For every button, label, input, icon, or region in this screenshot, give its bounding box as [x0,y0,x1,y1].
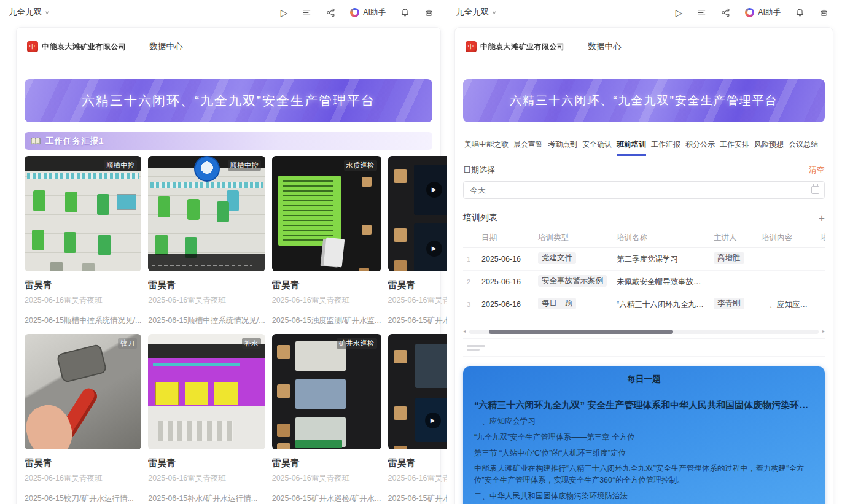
work-report-card[interactable]: 顺槽中控 雷昊青 2025-06-16雷昊青夜班 2025-06-15顺槽中控系… [25,156,141,326]
video-thumbnail[interactable]: 顺槽中控 [148,156,265,271]
work-report-card[interactable]: 水质巡检 雷昊青 2025-06-16雷昊青夜班 2025-06-15浊度监测/… [272,156,381,326]
nav-data-center[interactable]: 数据中心 [150,41,183,52]
thumbnail-art [56,344,107,383]
window-right: 九全九双 ∨ ▷ AI助手 中能袁大滩矿业有限公司 [447,0,842,504]
work-report-card[interactable]: 补水 雷昊青 2025-06-16雷昊青夜班 2025-06-15补水/矿井水运… [148,334,265,504]
card-subtitle: 2025-06-16雷昊青夜班 [148,295,265,306]
date-input[interactable] [463,181,825,199]
video-thumbnail[interactable]: 顺槽中控 [25,156,141,271]
list-icon[interactable] [302,8,311,17]
ai-logo-icon [350,8,359,17]
scrollbar-thumb[interactable] [489,330,673,334]
thumbnail-art [394,169,407,183]
add-button[interactable]: + [819,213,825,223]
card-title: 雷昊青 [25,457,141,469]
share-icon[interactable] [326,8,335,17]
workspace-switcher[interactable]: 九全九双 ∨ [456,7,496,18]
tab-work-arrangement[interactable]: 工作安排 [720,138,749,156]
daily-question-heading: “六精三十六闭环九全九双” 安全生产管理体系和中华人民共和国固体废物污染环境防.… [474,398,814,411]
platform-banner: 六精三十六闭环、“九全九双”安全生产管理平台 [463,79,825,122]
ai-assistant-button[interactable]: AI助手 [745,7,781,18]
work-report-card[interactable]: 顺槽中控 雷昊青 2025-06-16雷昊青夜班 2025-06-15顺槽中控系… [148,156,265,326]
tab-meeting-summary[interactable]: 会议总结 [789,138,818,156]
cell-speaker: 李青刚 [714,298,744,309]
scroll-right-icon[interactable]: ▸ [822,328,825,334]
horizontal-scrollbar[interactable]: ◂ ▸ [463,328,825,335]
card-subtitle: 2025-06-16雷昊青夜班 [272,473,381,484]
scroll-left-icon[interactable]: ◂ [463,328,466,334]
thumbnail-tag: 矿井水巡检 [337,338,377,349]
cell-content [758,271,817,293]
company-logo-icon [466,41,477,52]
workspace-switcher[interactable]: 九全九双 ∨ [9,7,49,18]
workspace-title: 九全九双 [456,7,489,18]
video-thumbnail[interactable]: 补水 [148,334,265,449]
company-logo: 中能袁大滩矿业有限公司 [466,41,565,52]
play-icon[interactable]: ▷ [676,8,683,17]
section-header: 工作任务汇报1 [25,132,432,150]
thumbnail-art [295,440,342,448]
tab-points-publicity[interactable]: 积分公示 [685,138,715,156]
thumbnail-art [150,182,262,188]
list-icon[interactable] [697,8,706,17]
video-thumbnail[interactable]: 铰刀 [25,334,141,449]
table-row[interactable]: 3 2025-06-16 每日一题 “六精三十六闭环九全九双”安... 李青刚 … [463,293,825,316]
company-name: 中能袁大滩矿业有限公司 [480,42,565,52]
tab-sing-company-song[interactable]: 美唱中能之歌 [464,138,509,156]
training-list-header: 培训列表 + [463,212,825,223]
play-icon[interactable]: ▷ [281,8,288,17]
thumbnail-art [394,350,407,363]
work-report-card[interactable]: 矿井水巡检 雷昊青 2025-06-16雷昊青夜班 2025-06-15矿井水巡… [272,334,381,504]
training-table: 日期 培训类型 培训名称 主讲人 培训内容 培训 1 2025-06-16 党建… [463,228,825,316]
left-app-header: 中能袁大滩矿业有限公司 数据中心 [25,35,432,58]
table-row[interactable]: 1 2025-06-16 党建文件 第二季度党课学习 高增胜 [463,248,825,271]
col-name: 培训名称 [613,228,710,248]
nav-data-center[interactable]: 数据中心 [588,41,622,52]
date-filter-label: 日期选择 [463,165,495,176]
video-thumbnail[interactable]: 矿井水巡检 [272,334,381,449]
right-topbar: 九全九双 ∨ ▷ AI助手 [447,0,842,25]
left-content-card: 中能袁大滩矿业有限公司 数据中心 六精三十六闭环、“九全九双”安全生产管理平台 … [16,27,441,504]
card-subtitle: 2025-06-16雷昊青夜班 [148,473,265,484]
thumbnail-art [362,177,372,187]
thumbnail-art [33,190,45,211]
cell-content: 一、应知应会学习... [758,293,817,316]
thumbnail-tag: 铰刀 [118,338,137,349]
cell-date: 2025-06-16 [478,293,534,316]
cell-content [758,248,817,271]
bell-icon[interactable] [795,8,805,17]
work-report-card[interactable]: 铰刀 雷昊青 2025-06-16雷昊青夜班 2025-06-15铰刀/矿井水运… [25,334,141,504]
row-index: 2 [463,271,478,293]
tab-safety-confirm[interactable]: 安全确认 [582,138,612,156]
company-logo-icon [27,41,38,52]
right-app-header: 中能袁大滩矿业有限公司 数据中心 [463,35,825,58]
tab-preshift-training[interactable]: 班前培训 [617,138,646,156]
clear-button[interactable]: 清空 [809,165,825,176]
col-truncated: 培训 [817,228,825,248]
left-topbar-icons: ▷ AI助手 [281,7,434,18]
thumbnail-tag: 补水 [242,338,261,349]
thumbnail-art [323,238,345,268]
footer-fineprint [467,343,485,352]
table-row[interactable]: 2 2025-06-16 安全事故警示案例 未佩戴安全帽导致事故发生 [463,271,825,293]
daily-question-panel: 每日一题 “六精三十六闭环九全九双” 安全生产管理体系和中华人民共和国固体废物污… [463,366,825,504]
screen: 九全九双 ∨ ▷ AI助手 中能袁大滩矿业有限公司 [0,0,842,504]
ai-assistant-button[interactable]: AI助手 [350,7,386,18]
thumbnail-tag: 水质巡检 [344,160,377,171]
tab-morning-oath[interactable]: 晨会宣誓 [513,138,543,156]
robot-icon[interactable] [424,8,434,17]
daily-question-line: 第三节 “人站中心‘C’位”的“人机环三维度”定位 [474,448,814,459]
calendar-icon[interactable] [811,186,819,194]
daily-question-line: 中能袁大滩矿业在构建推行“六精三十六闭环九全九双”安全生产管理体系的过程中，着力… [474,463,814,486]
daily-question-line: 二、中华人民共和国固体废物污染环境防治法 [474,490,814,502]
bell-icon[interactable] [400,8,410,17]
share-icon[interactable] [721,8,730,17]
tab-work-report[interactable]: 工作汇报 [651,138,680,156]
robot-icon[interactable] [819,8,828,17]
company-name: 中能袁大滩矿业有限公司 [42,42,127,52]
tab-risk-anticipation[interactable]: 风险预想 [754,138,784,156]
ai-assistant-label: AI助手 [363,7,386,18]
thumbnail-tag: 顺槽中控 [104,160,137,171]
video-thumbnail[interactable]: 水质巡检 [272,156,381,271]
tab-attendance[interactable]: 考勤点到 [548,138,577,156]
